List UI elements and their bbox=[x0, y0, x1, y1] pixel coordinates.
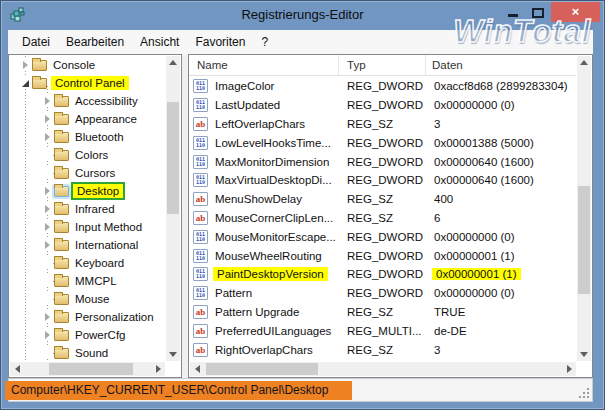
value-row-mousemonitorescape-[interactable]: 011110MouseMonitorEscape...REG_DWORD0x00… bbox=[189, 227, 576, 246]
reg-sz-icon: ab bbox=[193, 192, 208, 206]
menu-item-favoriten[interactable]: Favoriten bbox=[187, 32, 253, 52]
expand-arrow-icon[interactable] bbox=[41, 95, 53, 107]
tree-panel: ConsoleControl PanelAccessibilityAppeara… bbox=[8, 54, 182, 378]
tree-item-personalization[interactable]: Personalization bbox=[9, 308, 165, 326]
tree-item-appearance[interactable]: Appearance bbox=[9, 110, 165, 128]
tree-item-desktop[interactable]: Desktop bbox=[9, 182, 165, 200]
tree-item-sound[interactable]: Sound bbox=[9, 344, 165, 361]
value-row-preferreduilanguages[interactable]: abPreferredUILanguagesREG_MULTI...de-DE bbox=[189, 321, 576, 340]
tree-item-mouse[interactable]: Mouse bbox=[9, 290, 165, 308]
value-row-maxmonitordimension[interactable]: 011110MaxMonitorDimensionREG_DWORD0x0000… bbox=[189, 152, 576, 171]
value-row-mousecornercliplen-[interactable]: abMouseCornerClipLen...REG_SZ6 bbox=[189, 209, 576, 228]
value-data-cell: 3 bbox=[426, 344, 576, 356]
list-vertical-scrollbar[interactable] bbox=[577, 56, 591, 361]
value-row-menushowdelay[interactable]: abMenuShowDelayREG_SZ400 bbox=[189, 190, 576, 209]
tree-item-infrared[interactable]: Infrared bbox=[9, 200, 165, 218]
value-row-pattern[interactable]: 011110PatternREG_DWORD0x00000000 (0) bbox=[189, 284, 576, 303]
value-data-cell: 400 bbox=[426, 193, 576, 205]
tree-item-label: Console bbox=[51, 58, 97, 72]
value-data: 0x00000000 (0) bbox=[432, 287, 517, 299]
value-row-lastupdated[interactable]: 011110LastUpdatedREG_DWORD0x00000000 (0) bbox=[189, 96, 576, 115]
reg-sz-icon: ab bbox=[193, 324, 208, 338]
value-data-cell: 0x00000001 (1) bbox=[426, 250, 576, 262]
value-row-maxvirtualdesktopdi-[interactable]: 011110MaxVirtualDesktopDi...REG_DWORD0x0… bbox=[189, 171, 576, 190]
collapse-arrow-icon[interactable] bbox=[19, 77, 31, 89]
value-name-cell: abMouseCornerClipLen... bbox=[189, 211, 339, 225]
list-hscroll-thumb[interactable] bbox=[206, 363, 318, 375]
folder-icon bbox=[54, 150, 69, 161]
tree-vscroll-thumb[interactable] bbox=[167, 102, 179, 214]
tree-item-control-panel[interactable]: Control Panel bbox=[9, 74, 165, 92]
tree-item-international[interactable]: International bbox=[9, 236, 165, 254]
scroll-up-icon[interactable] bbox=[577, 56, 591, 69]
list-horizontal-scrollbar[interactable] bbox=[190, 362, 576, 376]
value-name: MouseCornerClipLen... bbox=[213, 211, 335, 225]
expand-arrow-icon[interactable] bbox=[41, 185, 53, 197]
tree-item-input-method[interactable]: Input Method bbox=[9, 218, 165, 236]
resize-grip[interactable] bbox=[579, 388, 589, 398]
expand-arrow-icon[interactable] bbox=[41, 131, 53, 143]
menu-item-bearbeiten[interactable]: Bearbeiten bbox=[58, 32, 132, 52]
reg-dword-icon: 011110 bbox=[193, 286, 208, 300]
expand-arrow-icon[interactable] bbox=[41, 239, 53, 251]
value-row-lowlevelhookstime-[interactable]: 011110LowLevelHooksTime...REG_DWORD0x000… bbox=[189, 133, 576, 152]
tree-stub bbox=[41, 275, 53, 287]
expand-arrow-icon[interactable] bbox=[41, 113, 53, 125]
menu-item-datei[interactable]: Datei bbox=[14, 32, 58, 52]
tree-item-accessibility[interactable]: Accessibility bbox=[9, 92, 165, 110]
value-row-imagecolor[interactable]: 011110ImageColorREG_DWORD0xaccf8d68 (289… bbox=[189, 77, 576, 96]
tree-item-console[interactable]: Console bbox=[9, 56, 165, 74]
scroll-left-icon[interactable] bbox=[190, 362, 204, 375]
minimize-button[interactable] bbox=[508, 14, 518, 17]
value-row-paintdesktopversion[interactable]: 011110PaintDesktopVersionREG_DWORD0x0000… bbox=[189, 265, 576, 284]
tree-item-label: MMCPL bbox=[73, 274, 119, 288]
value-type: REG_MULTI... bbox=[339, 325, 426, 337]
scroll-down-icon[interactable] bbox=[166, 348, 180, 361]
scroll-up-icon[interactable] bbox=[166, 56, 180, 69]
tree-item-keyboard[interactable]: Keyboard bbox=[9, 254, 165, 272]
tree-item-cursors[interactable]: Cursors bbox=[9, 164, 165, 182]
value-row-mousewheelrouting[interactable]: 011110MouseWheelRoutingREG_DWORD0x000000… bbox=[189, 246, 576, 265]
expand-arrow-icon[interactable] bbox=[41, 311, 53, 323]
value-name: LowLevelHooksTime... bbox=[213, 136, 333, 150]
value-name: MouseWheelRouting bbox=[213, 249, 324, 263]
expand-arrow-icon[interactable] bbox=[41, 329, 53, 341]
list-vscroll-thumb[interactable] bbox=[578, 186, 590, 294]
tree-item-label: Sound bbox=[73, 346, 110, 360]
reg-dword-icon: 011110 bbox=[193, 79, 208, 93]
folder-icon bbox=[54, 348, 69, 359]
value-row-leftoverlapchars[interactable]: abLeftOverlapCharsREG_SZ3 bbox=[189, 115, 576, 134]
tree-horizontal-scrollbar[interactable] bbox=[10, 362, 165, 376]
value-name: RightOverlapChars bbox=[213, 343, 315, 357]
scroll-left-icon[interactable] bbox=[10, 362, 24, 375]
expand-arrow-icon[interactable] bbox=[19, 59, 31, 71]
tree-hscroll-thumb[interactable] bbox=[49, 363, 133, 375]
menu-item-help[interactable]: ? bbox=[253, 32, 276, 52]
tree-item-bluetooth[interactable]: Bluetooth bbox=[9, 128, 165, 146]
value-type: REG_SZ bbox=[339, 344, 426, 356]
value-row-pattern-upgrade[interactable]: abPattern UpgradeREG_SZTRUE bbox=[189, 303, 576, 322]
close-button[interactable]: × bbox=[551, 2, 600, 22]
value-name-cell: 011110MaxVirtualDesktopDi... bbox=[189, 173, 339, 187]
column-header-daten[interactable]: Daten bbox=[426, 55, 576, 75]
expand-arrow-icon[interactable] bbox=[41, 203, 53, 215]
menu-item-ansicht[interactable]: Ansicht bbox=[132, 32, 187, 52]
column-header-typ[interactable]: Typ bbox=[339, 55, 426, 75]
tree-item-powercfg[interactable]: PowerCfg bbox=[9, 326, 165, 344]
expand-arrow-icon[interactable] bbox=[41, 221, 53, 233]
scroll-down-icon[interactable] bbox=[577, 348, 591, 361]
tree-item-mmcpl[interactable]: MMCPL bbox=[9, 272, 165, 290]
tree-item-colors[interactable]: Colors bbox=[9, 146, 165, 164]
value-row-rightoverlapchars[interactable]: abRightOverlapCharsREG_SZ3 bbox=[189, 340, 576, 359]
column-header-name[interactable]: Name bbox=[189, 55, 339, 75]
value-data: 0x00000001 (1) bbox=[432, 268, 521, 280]
titlebar[interactable]: Registrierungs-Editor × bbox=[1, 1, 604, 30]
scroll-right-icon[interactable] bbox=[562, 362, 576, 375]
maximize-button[interactable] bbox=[532, 8, 544, 18]
value-data: 3 bbox=[432, 344, 442, 356]
tree-item-label: Bluetooth bbox=[73, 130, 126, 144]
tree-vertical-scrollbar[interactable] bbox=[166, 56, 180, 361]
scroll-right-icon[interactable] bbox=[151, 362, 165, 375]
value-type: REG_DWORD bbox=[339, 174, 426, 186]
value-name: PreferredUILanguages bbox=[213, 324, 333, 338]
